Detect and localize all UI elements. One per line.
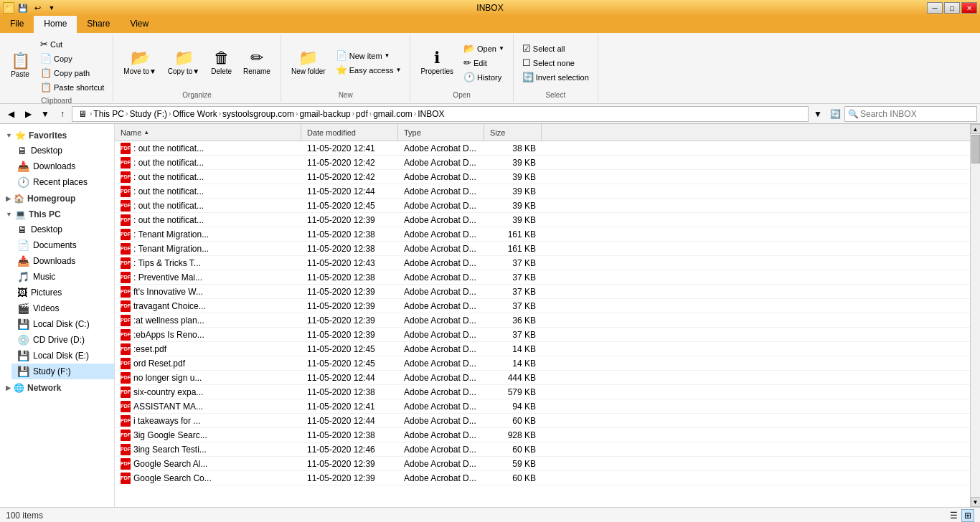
paste-button[interactable]: 📋 Paste (6, 52, 34, 80)
file-row[interactable]: PDF i takeaways for ... 11-05-2020 12:44… (115, 414, 970, 428)
col-header-name[interactable]: Name ▲ (115, 124, 301, 141)
path-gmail[interactable]: gmail.com (373, 109, 413, 119)
sidebar-item-local-e[interactable]: 💾 Local Disk (E:) (11, 348, 114, 364)
maximize-button[interactable]: □ (944, 2, 960, 14)
file-row[interactable]: PDF : out the notificat... 11-05-2020 12… (115, 199, 970, 213)
new-item-button[interactable]: 📄 New item ▼ (333, 49, 405, 62)
sidebar-item-recent[interactable]: 🕐 Recent places (11, 174, 114, 190)
search-input[interactable] (860, 109, 974, 119)
sidebar-item-downloads[interactable]: 📥 Downloads (11, 253, 114, 269)
path-thispc[interactable]: This PC (93, 109, 124, 119)
file-row[interactable]: PDF no longer sign u... 11-05-2020 12:44… (115, 371, 970, 385)
network-header[interactable]: ▶ 🌐 Network (0, 381, 114, 395)
sidebar-item-cd-d[interactable]: 💿 CD Drive (D:) (11, 332, 114, 348)
invert-selection-button[interactable]: 🔄 Invert selection (519, 70, 592, 84)
up-button[interactable]: ↑ (55, 106, 70, 122)
tab-home[interactable]: Home (34, 16, 77, 33)
file-row[interactable]: PDF : Preventive Mai... 11-05-2020 12:38… (115, 270, 970, 285)
file-row[interactable]: PDF travagant Choice... 11-05-2020 12:39… (115, 299, 970, 313)
file-row[interactable]: PDF :eset.pdf 11-05-2020 12:45 Adobe Acr… (115, 342, 970, 356)
file-row[interactable]: PDF Google Search Al... 11-05-2020 12:39… (115, 457, 970, 471)
delete-button[interactable]: 🗑 Delete (207, 49, 236, 77)
sidebar-item-videos[interactable]: 🎬 Videos (11, 300, 114, 316)
quick-access-undo[interactable]: ↩ (32, 2, 43, 14)
scroll-up-button[interactable]: ▲ (971, 124, 981, 134)
file-row[interactable]: PDF ft's Innovative W... 11-05-2020 12:3… (115, 285, 970, 299)
tab-view[interactable]: View (120, 16, 159, 33)
sidebar-item-downloads-fav[interactable]: 📥 Downloads (11, 158, 114, 174)
file-row[interactable]: PDF six-country expa... 11-05-2020 12:38… (115, 385, 970, 399)
col-header-type[interactable]: Type (398, 124, 484, 141)
list-view-button[interactable]: ⊞ (961, 509, 974, 522)
sidebar-item-pictures[interactable]: 🖼 Pictures (11, 285, 114, 300)
path-officework[interactable]: Office Work (172, 109, 217, 119)
move-to-button[interactable]: 📂 Move to▼ (119, 49, 160, 77)
address-path[interactable]: 🖥 › This PC › Study (F:) › Office Work ›… (72, 106, 809, 122)
select-none-button[interactable]: ☐ Select none (519, 56, 592, 70)
edit-button[interactable]: ✏ Edit (461, 56, 507, 70)
file-row[interactable]: PDF : out the notificat... 11-05-2020 12… (115, 213, 970, 227)
col-header-date[interactable]: Date modified (301, 124, 398, 141)
file-size-cell: 161 KB (484, 229, 542, 239)
tab-file[interactable]: File (0, 16, 34, 33)
nav-dropdown-button[interactable]: ▼ (37, 106, 53, 122)
refresh-button[interactable]: 🔄 (827, 106, 843, 122)
scrollbar[interactable]: ▲ ▼ (970, 124, 980, 507)
back-button[interactable]: ◀ (3, 106, 19, 122)
cut-button[interactable]: ✂ Cut (37, 37, 107, 51)
quick-access-save[interactable]: 💾 (17, 2, 29, 14)
sidebar-item-desktop-fav[interactable]: 🖥 Desktop (11, 143, 114, 158)
sidebar-item-music[interactable]: 🎵 Music (11, 269, 114, 285)
open-group: ℹ Properties 📂 Open ▼ ✏ Edit 🕐 (410, 34, 513, 102)
file-row[interactable]: PDF : Tips & Tricks T... 11-05-2020 12:4… (115, 256, 970, 270)
sidebar-item-study-f[interactable]: 💾 Study (F:) (11, 364, 114, 379)
file-row[interactable]: PDF ASSISTANT MA... 11-05-2020 12:41 Ado… (115, 399, 970, 414)
file-row[interactable]: PDF : out the notificat... 11-05-2020 12… (115, 141, 970, 156)
file-row[interactable]: PDF : out the notificat... 11-05-2020 12… (115, 184, 970, 199)
file-row[interactable]: PDF : out the notificat... 11-05-2020 12… (115, 170, 970, 184)
copy-to-button[interactable]: 📁 Copy to▼ (164, 49, 204, 77)
homegroup-header[interactable]: ▶ 🏠 Homegroup (0, 191, 114, 206)
forward-button[interactable]: ▶ (20, 106, 36, 122)
col-header-size[interactable]: Size (484, 124, 542, 141)
copy-button[interactable]: 📄 Copy (37, 52, 107, 65)
file-row[interactable]: PDF :at wellness plan... 11-05-2020 12:3… (115, 313, 970, 328)
thispc-header[interactable]: ▼ 💻 This PC (0, 207, 114, 222)
file-row[interactable]: PDF ord Reset.pdf 11-05-2020 12:45 Adobe… (115, 356, 970, 371)
path-gmailbackup[interactable]: gmail-backup (299, 109, 350, 119)
path-inbox[interactable]: INBOX (418, 109, 444, 119)
sidebar-item-local-c[interactable]: 💾 Local Disk (C:) (11, 316, 114, 332)
path-drive[interactable]: Study (F:) (129, 109, 167, 119)
close-button[interactable]: ✕ (961, 2, 977, 14)
properties-button[interactable]: ℹ Properties (416, 49, 458, 77)
open-button[interactable]: 📂 Open ▼ (461, 42, 507, 55)
select-all-button[interactable]: ☑ Select all (519, 42, 592, 55)
file-row[interactable]: PDF :ebApps Is Reno... 11-05-2020 12:39 … (115, 328, 970, 342)
history-button[interactable]: 🕐 History (461, 70, 507, 84)
new-folder-button[interactable]: 📁 New folder (287, 49, 330, 77)
rename-button[interactable]: ✏ Rename (239, 49, 275, 77)
path-domain[interactable]: systoolsgroup.com (222, 109, 294, 119)
file-date-cell: 11-05-2020 12:42 (301, 172, 398, 182)
file-row[interactable]: PDF : out the notificat... 11-05-2020 12… (115, 156, 970, 170)
easy-access-button[interactable]: ⭐ Easy access ▼ (333, 63, 405, 77)
scroll-thumb[interactable] (971, 135, 980, 163)
sidebar-item-desktop[interactable]: 🖥 Desktop (11, 222, 114, 237)
favorites-header[interactable]: ▼ ⭐ Favorites (0, 128, 114, 143)
paste-shortcut-button[interactable]: 📋 Paste shortcut (37, 80, 107, 94)
scroll-track[interactable] (971, 134, 980, 497)
scroll-down-button[interactable]: ▼ (971, 497, 981, 507)
tab-share[interactable]: Share (77, 16, 120, 33)
path-pdf[interactable]: pdf (356, 109, 368, 119)
details-view-button[interactable]: ☰ (947, 509, 960, 522)
minimize-button[interactable]: ─ (927, 2, 943, 14)
file-row[interactable]: PDF : Tenant Migration... 11-05-2020 12:… (115, 227, 970, 242)
path-dropdown-button[interactable]: ▼ (810, 106, 826, 122)
file-row[interactable]: PDF 3ig Google Searc... 11-05-2020 12:38… (115, 428, 970, 442)
file-row[interactable]: PDF : Tenant Migration... 11-05-2020 12:… (115, 242, 970, 256)
file-row[interactable]: PDF Google Search Co... 11-05-2020 12:39… (115, 471, 970, 485)
sidebar-item-documents[interactable]: 📄 Documents (11, 237, 114, 253)
copy-path-button[interactable]: 📋 Copy path (37, 66, 107, 80)
quick-access-down[interactable]: ▼ (46, 2, 57, 14)
file-row[interactable]: PDF 3ing Search Testi... 11-05-2020 12:4… (115, 442, 970, 457)
